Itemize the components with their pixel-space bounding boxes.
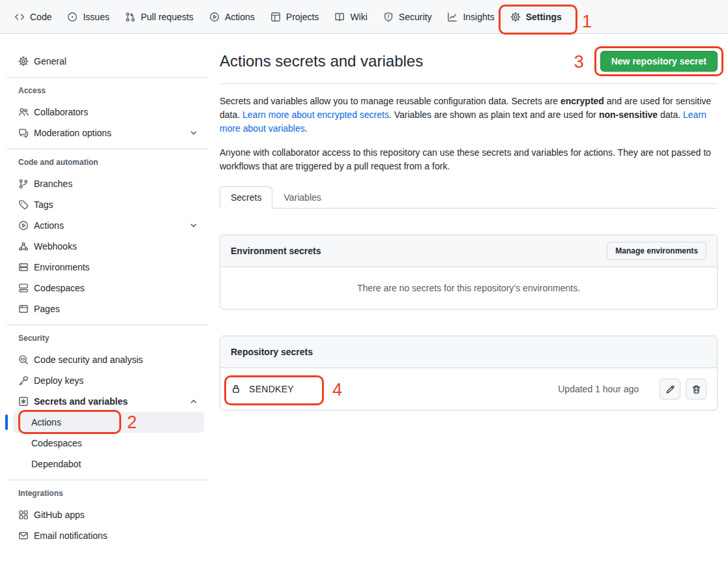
- sidebar-item-branches[interactable]: Branches: [13, 173, 204, 194]
- sidebar-item-moderation-options[interactable]: Moderation options: [13, 123, 204, 143]
- nav-tab-wiki[interactable]: Wiki: [329, 0, 372, 33]
- tab-variables[interactable]: Variables: [272, 186, 332, 209]
- sidebar-item-collaborators[interactable]: Collaborators: [13, 102, 204, 123]
- play-icon: [209, 12, 220, 22]
- secret-name-group: SENDKEY 4: [231, 384, 294, 394]
- intro-bold-encrypted: encrypted: [561, 96, 604, 106]
- issue-opened-icon: [67, 12, 78, 22]
- sidebar-item-pages[interactable]: Pages: [13, 298, 204, 319]
- sidebar-section-title-access: Access: [13, 83, 204, 98]
- repository-secrets-card: Repository secrets SENDKEY 4 Updated 1 h…: [220, 336, 718, 411]
- annotation-label-4: 4: [332, 381, 342, 399]
- key-asterisk-icon: [18, 396, 29, 407]
- mail-icon: [18, 530, 29, 541]
- play-icon: [18, 220, 29, 231]
- repo-nav: Code Issues Pull requests Actions Projec…: [0, 0, 728, 34]
- apps-icon: [18, 510, 29, 520]
- sidebar-item-tags[interactable]: Tags: [13, 194, 204, 215]
- pencil-icon: [665, 384, 675, 394]
- sidebar-section-title-security: Security: [13, 330, 204, 346]
- intro-text: . Variables are shown as plain text and …: [389, 109, 599, 120]
- sidebar-item-environments[interactable]: Environments: [13, 257, 204, 278]
- nav-tab-pull-requests[interactable]: Pull requests: [120, 0, 199, 33]
- sidebar-item-email-notifications[interactable]: Email notifications: [13, 525, 204, 546]
- people-icon: [18, 107, 29, 117]
- sidebar-item-actions[interactable]: Actions: [13, 215, 204, 236]
- manage-environments-button[interactable]: Manage environments: [607, 242, 706, 260]
- secret-updated-text: Updated 1 hour ago: [558, 384, 639, 394]
- link-learn-more-encrypted-secrets[interactable]: Learn more about encrypted secrets: [242, 109, 389, 120]
- secret-row: SENDKEY 4 Updated 1 hour ago: [220, 368, 717, 410]
- active-tab-underline: [508, 33, 564, 34]
- code-scan-icon: [18, 355, 29, 365]
- secret-name: SENDKEY: [249, 384, 294, 394]
- annotation-label-2: 2: [127, 414, 137, 431]
- active-item-accent-bar: [5, 414, 8, 430]
- lock-icon: [231, 384, 241, 394]
- codespaces-icon: [18, 283, 29, 293]
- webhook-icon: [18, 241, 29, 252]
- new-repository-secret-button[interactable]: New repository secret: [600, 51, 718, 72]
- trash-icon: [692, 384, 701, 394]
- environment-secrets-empty-text: There are no secrets for this repository…: [220, 267, 717, 309]
- intro-paragraph-1: Secrets and variables allow you to manag…: [220, 94, 718, 136]
- secrets-variables-tabnav: Secrets Variables: [220, 186, 718, 209]
- key-icon: [18, 375, 29, 386]
- sidebar-item-github-apps[interactable]: GitHub apps: [13, 504, 204, 525]
- nav-tab-actions[interactable]: Actions: [204, 0, 260, 33]
- nav-tab-projects[interactable]: Projects: [265, 0, 325, 33]
- git-pull-request-icon: [125, 12, 136, 22]
- nav-tab-security[interactable]: Security: [378, 0, 437, 33]
- environment-secrets-card: Environment secrets Manage environments …: [220, 235, 718, 310]
- main-content: Actions secrets and variables New reposi…: [209, 34, 728, 411]
- intro-text: .: [305, 123, 308, 134]
- repository-secrets-header: Repository secrets: [220, 336, 717, 368]
- intro-text: data.: [658, 109, 683, 120]
- intro-bold-non-sensitive: non-sensitive: [599, 109, 658, 120]
- settings-sidebar: General Access Collaborators Moderation …: [0, 34, 209, 546]
- tab-secrets[interactable]: Secrets: [220, 186, 272, 209]
- intro-paragraph-2: Anyone with collaborator access to this …: [220, 146, 718, 173]
- sidebar-divider: [7, 77, 209, 78]
- sidebar-subitem-dependabot[interactable]: Dependabot: [13, 454, 204, 474]
- delete-secret-button[interactable]: [686, 379, 706, 399]
- edit-secret-button[interactable]: [660, 379, 680, 399]
- environment-secrets-header: Environment secrets Manage environments: [220, 235, 717, 267]
- server-icon: [18, 262, 29, 272]
- nav-tab-code[interactable]: Code: [9, 0, 57, 33]
- github-repo-settings-page: Code Issues Pull requests Actions Projec…: [0, 0, 728, 565]
- chevron-down-icon: [188, 220, 199, 231]
- comment-discussion-icon: [18, 128, 29, 138]
- sidebar-section-title-integrations: Integrations: [13, 485, 204, 501]
- table-icon: [270, 12, 281, 22]
- chevron-up-icon: [188, 396, 199, 407]
- annotation-label-1: 1: [582, 13, 592, 31]
- nav-tab-settings[interactable]: Settings 1: [505, 0, 567, 33]
- repository-secrets-title: Repository secrets: [231, 347, 313, 357]
- nav-tab-insights[interactable]: Insights: [442, 0, 499, 33]
- page-header: Actions secrets and variables New reposi…: [220, 51, 718, 84]
- intro-text: Secrets and variables allow you to manag…: [220, 96, 561, 106]
- sidebar-divider: [7, 480, 209, 480]
- sidebar-divider: [7, 149, 209, 149]
- sidebar-subitem-codespaces[interactable]: Codespaces: [13, 433, 204, 454]
- sidebar-item-deploy-keys[interactable]: Deploy keys: [13, 370, 204, 391]
- git-branch-icon: [18, 179, 29, 189]
- code-icon: [14, 12, 25, 22]
- gear-icon: [18, 56, 29, 66]
- sidebar-item-codespaces[interactable]: Codespaces: [13, 278, 204, 298]
- sidebar-item-general[interactable]: General: [13, 51, 204, 72]
- sidebar-item-webhooks[interactable]: Webhooks: [13, 236, 204, 257]
- gear-icon: [510, 12, 521, 22]
- sidebar-item-code-security-and-analysis[interactable]: Code security and analysis: [13, 349, 204, 370]
- sidebar-subitem-actions[interactable]: Actions 2: [13, 412, 204, 433]
- chevron-down-icon: [188, 128, 199, 138]
- shield-icon: [383, 12, 394, 22]
- sidebar-item-secrets-and-variables[interactable]: Secrets and variables: [13, 391, 204, 412]
- book-icon: [334, 12, 345, 22]
- tag-icon: [18, 199, 29, 210]
- nav-tab-issues[interactable]: Issues: [62, 0, 114, 33]
- annotation-label-3: 3: [574, 53, 584, 71]
- browser-icon: [18, 304, 29, 314]
- graph-icon: [447, 12, 458, 22]
